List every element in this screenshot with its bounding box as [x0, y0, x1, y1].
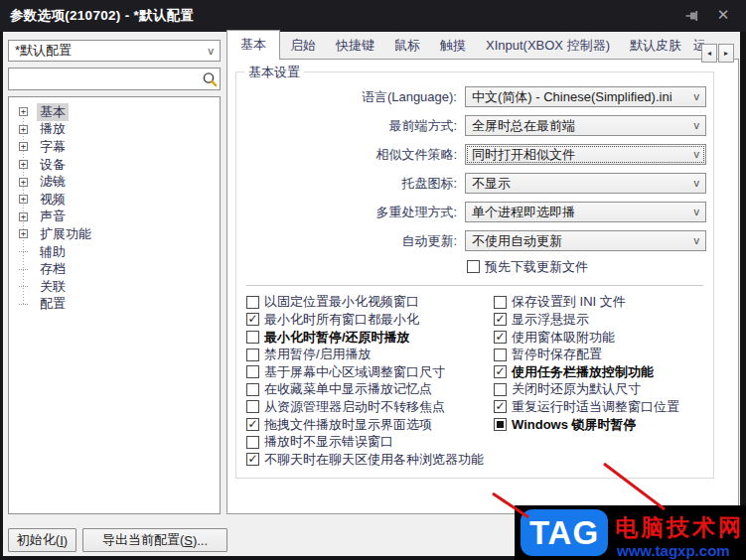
- field-select[interactable]: 不使用自动更新v: [465, 230, 706, 251]
- checkbox[interactable]: [494, 418, 507, 431]
- checkbox[interactable]: ✓: [494, 365, 507, 378]
- checkbox-item[interactable]: 基于屏幕中心区域调整窗口尺寸: [246, 363, 494, 381]
- checkbox-label: 显示浮悬提示: [512, 311, 589, 329]
- checkbox[interactable]: [246, 296, 259, 309]
- tree-gutter: +: [17, 229, 37, 238]
- checkbox-item[interactable]: ✓不聊天时在聊天区使用各种浏览器功能: [246, 451, 494, 469]
- checkbox[interactable]: [246, 331, 259, 344]
- initialize-button[interactable]: 初始化(I): [8, 528, 76, 552]
- field-select[interactable]: 中文(简体) - Chinese(Simplified).iniv: [465, 86, 706, 107]
- checkbox-item[interactable]: 以固定位置最小化视频窗口: [246, 294, 494, 312]
- tree-gutter: +: [17, 125, 37, 134]
- checkbox-item[interactable]: 播放时不显示错误窗口: [246, 433, 494, 451]
- checkbox-item[interactable]: 从资源管理器启动时不转移焦点: [246, 398, 494, 416]
- checkbox-item[interactable]: 暂停时保存配置: [494, 346, 713, 363]
- tab-scroll-right-button[interactable]: ▸: [718, 44, 734, 63]
- checkbox[interactable]: ✓: [494, 331, 507, 344]
- checkbox[interactable]: ✓: [246, 313, 259, 326]
- tree-item[interactable]: 关联: [17, 278, 220, 296]
- checkbox-item[interactable]: 保存设置到 INI 文件: [494, 294, 713, 312]
- pin-icon[interactable]: [684, 8, 700, 24]
- checkbox-item[interactable]: ✓拖拽文件播放时显示界面选项: [246, 416, 494, 434]
- checkbox-item[interactable]: 在收藏菜单中显示播放记忆点: [246, 381, 494, 399]
- tree-gutter: [17, 286, 37, 287]
- profile-select[interactable]: *默认配置 v: [8, 40, 221, 62]
- checkbox[interactable]: [246, 349, 259, 361]
- field-label: 多重处理方式:: [375, 204, 457, 221]
- form-row: 最前端方式:全屏时总在最前端v: [236, 111, 713, 140]
- tab-item[interactable]: 鼠标: [384, 33, 430, 60]
- tree-item[interactable]: +滤镜: [17, 173, 220, 191]
- checkbox-item[interactable]: ✓显示浮悬提示: [494, 311, 713, 329]
- tree-item[interactable]: +基本: [17, 103, 220, 121]
- tab-item[interactable]: XInput(XBOX 控制器): [476, 33, 620, 60]
- checkbox[interactable]: ✓: [246, 418, 259, 431]
- tag-logo: TAG: [521, 509, 608, 556]
- checkbox-item[interactable]: 关闭时还原为默认尺寸: [494, 381, 713, 399]
- checkbox-item[interactable]: ✓最小化时所有窗口都最小化: [246, 311, 494, 329]
- tree-gutter: +: [17, 142, 37, 151]
- tab-item[interactable]: 快捷键: [326, 33, 384, 60]
- button-label-part: 导出当前配置(: [102, 531, 184, 549]
- field-label: 相似文件策略:: [375, 146, 457, 164]
- checkbox[interactable]: ✓: [494, 400, 507, 413]
- tree-item[interactable]: 辅助: [17, 243, 220, 261]
- expand-icon[interactable]: +: [19, 178, 28, 187]
- tree-item[interactable]: +扩展功能: [17, 225, 220, 243]
- tree-item[interactable]: +视频: [17, 191, 220, 209]
- field-select[interactable]: 不显示v: [465, 173, 706, 194]
- checkbox-item[interactable]: ✓使用任务栏播放控制功能: [494, 363, 713, 381]
- tree-item[interactable]: +设备: [17, 156, 220, 174]
- checkbox[interactable]: [494, 296, 507, 309]
- checkbox[interactable]: [246, 383, 259, 396]
- checkbox-indeterminate-mark: [497, 421, 504, 428]
- search-input[interactable]: [9, 69, 200, 89]
- tree-item[interactable]: 配置: [17, 296, 220, 314]
- checkbox-item[interactable]: 预先下载更新文件: [467, 258, 713, 276]
- checkbox-label: 从资源管理器启动时不转移焦点: [264, 398, 445, 416]
- titlebar: 参数选项(210702) - *默认配置 ✕: [0, 0, 746, 32]
- tree-item[interactable]: +播放: [17, 121, 220, 139]
- expand-icon[interactable]: +: [19, 125, 28, 134]
- tree-item[interactable]: +字幕: [17, 138, 220, 156]
- search-icon[interactable]: [200, 70, 220, 88]
- field-select[interactable]: 全屏时总在最前端v: [465, 115, 706, 136]
- tree-item[interactable]: 存档: [17, 260, 220, 278]
- field-select[interactable]: 同时打开相似文件v: [465, 144, 706, 165]
- tab-item[interactable]: 触摸: [430, 33, 476, 60]
- chevron-down-icon: v: [694, 234, 700, 246]
- tab-scroll-buttons: ◂ ▸: [700, 44, 734, 63]
- tab-item[interactable]: 启始: [280, 33, 326, 60]
- tab-selected[interactable]: 基本: [226, 30, 280, 60]
- checkbox[interactable]: ✓: [246, 453, 259, 466]
- close-button[interactable]: ✕: [714, 6, 732, 24]
- checkbox-item[interactable]: 禁用暂停/启用播放: [246, 346, 494, 363]
- select-value: 全屏时总在最前端: [472, 117, 575, 135]
- checkbox-item[interactable]: ✓重复运行时适当调整窗口位置: [494, 398, 713, 416]
- checkbox-label: Windows 锁屏时暂停: [512, 416, 637, 434]
- export-config-button[interactable]: 导出当前配置(S)...: [82, 528, 227, 552]
- checkbox[interactable]: ✓: [494, 313, 507, 326]
- checkbox-item[interactable]: ✓使用窗体吸附功能: [494, 329, 713, 347]
- checkbox[interactable]: [246, 436, 259, 449]
- checkbox[interactable]: [467, 260, 480, 273]
- tab-scroll-left-button[interactable]: ◂: [701, 44, 717, 63]
- tab-item[interactable]: 默认皮肤: [620, 33, 691, 60]
- expand-icon[interactable]: +: [19, 212, 28, 221]
- form-row: 相似文件策略:同时打开相似文件v: [236, 140, 713, 169]
- checkbox-item[interactable]: 最小化时暂停/还原时播放: [246, 329, 494, 347]
- form-row: 托盘图标:不显示v: [236, 169, 713, 198]
- expand-icon[interactable]: +: [19, 229, 28, 238]
- expand-icon[interactable]: +: [19, 107, 28, 116]
- checkbox-item[interactable]: Windows 锁屏时暂停: [494, 416, 713, 434]
- expand-icon[interactable]: +: [19, 160, 28, 169]
- tree-leaf-stub: [19, 286, 28, 287]
- checkbox[interactable]: [494, 383, 507, 396]
- checkbox[interactable]: [246, 365, 259, 378]
- tree-item[interactable]: +声音: [17, 209, 220, 226]
- checkbox[interactable]: [246, 400, 259, 413]
- field-select[interactable]: 单个进程即选即播v: [465, 202, 706, 222]
- expand-icon[interactable]: +: [19, 142, 28, 151]
- checkbox[interactable]: [494, 349, 507, 361]
- expand-icon[interactable]: +: [19, 195, 28, 204]
